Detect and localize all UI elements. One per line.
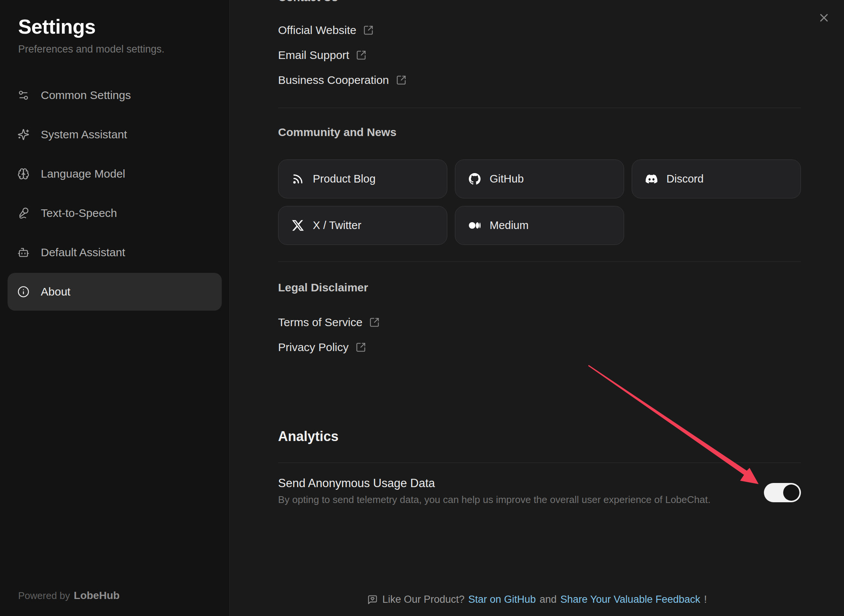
external-link-icon xyxy=(356,50,366,60)
sidebar-item-system-assistant[interactable]: System Assistant xyxy=(8,116,222,153)
sidebar-item-label: Text-to-Speech xyxy=(41,207,117,220)
link-label: Terms of Service xyxy=(278,316,362,329)
sidebar-item-default-assistant[interactable]: Default Assistant xyxy=(8,234,222,271)
microphone-icon xyxy=(17,207,29,219)
external-link-icon xyxy=(396,75,407,85)
page-title: Settings xyxy=(18,15,211,38)
settings-nav: Common SettingsSystem AssistantLanguage … xyxy=(8,76,222,311)
legal-link-terms-of-service[interactable]: Terms of Service xyxy=(278,315,801,330)
discord-icon xyxy=(646,173,657,185)
github-button[interactable]: GitHub xyxy=(455,159,624,198)
about-settings-panel: Contact Us Official WebsiteEmail Support… xyxy=(230,0,844,616)
sparkles-icon xyxy=(17,128,29,141)
sidebar-item-label: Language Model xyxy=(41,167,125,180)
button-label: Medium xyxy=(490,219,529,232)
feedback-icon xyxy=(367,594,378,605)
button-label: Product Blog xyxy=(313,173,376,185)
close-button[interactable] xyxy=(818,11,830,24)
external-link-icon xyxy=(356,342,366,353)
contact-section-title: Contact Us xyxy=(278,0,801,5)
link-label: Email Support xyxy=(278,49,349,62)
sidebar-item-text-to-speech[interactable]: Text-to-Speech xyxy=(8,194,222,232)
community-section-title: Community and News xyxy=(278,125,801,140)
github-icon xyxy=(469,173,481,185)
divider xyxy=(278,463,801,463)
sidebar-item-label: System Assistant xyxy=(41,128,127,141)
divider xyxy=(278,262,801,262)
settings-sliders-icon xyxy=(17,89,29,101)
powered-by: Powered by LobeHub xyxy=(18,590,120,602)
telemetry-setting-row: Send Anonymous Usage Data By opting to s… xyxy=(278,476,801,506)
footer: Like Our Product? Star on GitHub and Sha… xyxy=(230,594,844,605)
footer-text: Like Our Product? xyxy=(382,594,465,605)
bot-icon xyxy=(17,246,29,258)
toggle-knob xyxy=(783,484,799,501)
sidebar-item-language-model[interactable]: Language Model xyxy=(8,155,222,193)
community-buttons: Product BlogGitHubDiscordX / TwitterMedi… xyxy=(278,159,801,245)
medium-button[interactable]: Medium xyxy=(455,206,624,245)
link-label: Privacy Policy xyxy=(278,341,349,354)
sidebar-item-common-settings[interactable]: Common Settings xyxy=(8,76,222,114)
link-label: Business Cooperation xyxy=(278,74,389,87)
medium-icon xyxy=(469,220,481,231)
contact-links: Official WebsiteEmail SupportBusiness Co… xyxy=(278,23,801,88)
contact-link-official-website[interactable]: Official Website xyxy=(278,23,801,38)
x-icon xyxy=(292,220,304,231)
brain-icon xyxy=(17,168,29,180)
sidebar-item-label: Common Settings xyxy=(41,89,131,102)
rss-icon xyxy=(292,173,304,185)
contact-link-email-support[interactable]: Email Support xyxy=(278,48,801,63)
button-label: X / Twitter xyxy=(313,219,361,232)
x-twitter-button[interactable]: X / Twitter xyxy=(278,206,447,245)
product-blog-button[interactable]: Product Blog xyxy=(278,159,447,198)
powered-by-label: Powered by xyxy=(18,590,70,602)
telemetry-toggle[interactable] xyxy=(764,483,801,502)
legal-links: Terms of ServicePrivacy Policy xyxy=(278,315,801,355)
settings-sidebar: Settings Preferences and model settings.… xyxy=(0,0,230,616)
share-feedback-link[interactable]: Share Your Valuable Feedback xyxy=(560,594,700,605)
telemetry-setting-label: Send Anonymous Usage Data xyxy=(278,476,711,491)
legal-link-privacy-policy[interactable]: Privacy Policy xyxy=(278,340,801,355)
analytics-section-title: Analytics xyxy=(278,428,801,445)
close-icon xyxy=(818,11,830,24)
sidebar-item-label: About xyxy=(41,285,70,298)
sidebar-item-about[interactable]: About xyxy=(8,273,222,311)
button-label: GitHub xyxy=(490,173,524,185)
footer-text: and xyxy=(539,594,556,605)
link-label: Official Website xyxy=(278,24,356,37)
button-label: Discord xyxy=(666,173,703,185)
page-subtitle: Preferences and model settings. xyxy=(18,43,211,55)
telemetry-setting-description: By opting to send telemetry data, you ca… xyxy=(278,494,711,506)
info-icon xyxy=(17,286,29,298)
contact-link-business-cooperation[interactable]: Business Cooperation xyxy=(278,73,801,88)
divider xyxy=(278,108,801,108)
star-on-github-link[interactable]: Star on GitHub xyxy=(468,594,536,605)
external-link-icon xyxy=(363,25,374,36)
discord-button[interactable]: Discord xyxy=(632,159,801,198)
lobehub-brand[interactable]: LobeHub xyxy=(74,590,119,602)
footer-text: ! xyxy=(704,594,707,605)
legal-section-title: Legal Disclaimer xyxy=(278,280,801,295)
external-link-icon xyxy=(369,317,380,328)
sidebar-item-label: Default Assistant xyxy=(41,246,125,259)
